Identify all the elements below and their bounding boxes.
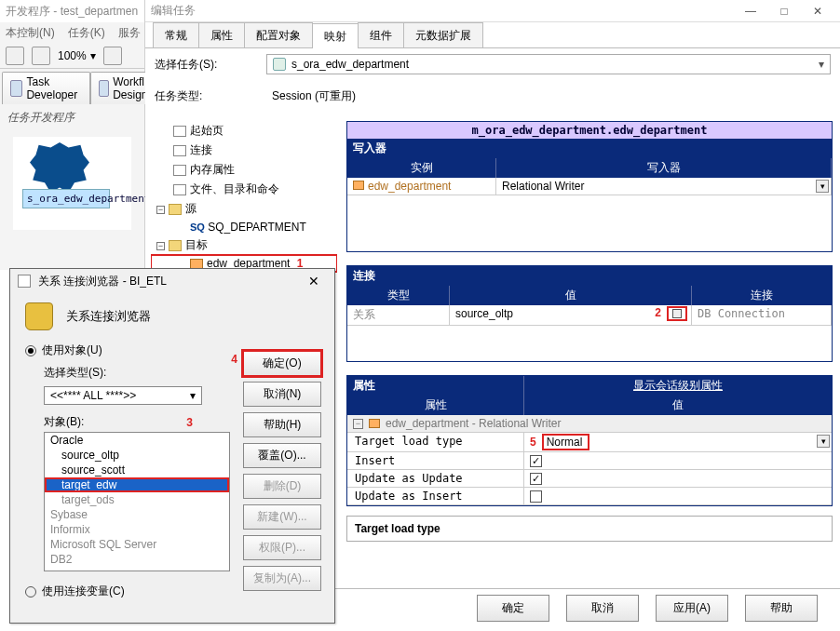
tab-general[interactable]: 常规 — [153, 22, 199, 47]
list-item-target-edw[interactable]: target_edw — [45, 477, 229, 492]
prop-value[interactable]: Normal — [542, 434, 590, 450]
tree-files[interactable]: 文件、目录和命令 — [190, 182, 279, 195]
dialog-permissions-button[interactable]: 权限(P)... — [243, 535, 321, 560]
conn-col-connection: 连接 — [692, 286, 832, 305]
minimize-button[interactable]: — — [734, 1, 767, 21]
menu-service[interactable]: 服务 — [118, 25, 141, 41]
session-node-label[interactable]: s_ora_edw_department — [22, 189, 110, 208]
tab-components[interactable]: 组件 — [358, 22, 404, 47]
menu-task[interactable]: 任务(K) — [68, 25, 105, 41]
list-item-source-oltp[interactable]: source_oltp — [45, 448, 229, 463]
prop-update-as-update[interactable]: Update as Update ✓ — [347, 470, 832, 488]
navigator-title: 任务开发程序 — [0, 104, 144, 131]
list-item-mssql[interactable]: Microsoft SQL Server — [45, 537, 229, 552]
tree-memory[interactable]: 内存属性 — [190, 163, 235, 176]
tab-metadata-ext[interactable]: 元数据扩展 — [403, 22, 483, 47]
writers-writer-value: Relational Writer — [502, 180, 584, 193]
collapse-icon[interactable]: − — [156, 206, 165, 214]
props-col-value: 值 — [524, 396, 832, 415]
dialog-cancel-button[interactable]: 取消(N) — [243, 382, 321, 407]
tree-start-page[interactable]: 起始页 — [190, 124, 224, 137]
target-icon — [369, 419, 380, 428]
dialog-ok-button[interactable]: 确定(O) — [243, 351, 321, 376]
workflow-designer-icon — [99, 80, 109, 97]
list-item-oracle[interactable]: Oracle — [45, 433, 229, 448]
target-icon — [353, 181, 364, 190]
maximize-button[interactable]: □ — [767, 1, 801, 21]
browse-connection-button[interactable] — [667, 306, 687, 321]
close-button[interactable]: ✕ — [801, 1, 834, 21]
use-object-label: 使用对象(U) — [42, 342, 102, 358]
conn-type-value: 关系 — [347, 305, 450, 326]
checkbox-checked-icon[interactable]: ✓ — [530, 473, 542, 485]
conn-row[interactable]: 关系 source_oltp 2 DB Connection — [347, 305, 832, 326]
navigator-canvas[interactable]: s_ora_edw_department — [13, 137, 131, 230]
select-task-field[interactable]: s_ora_edw_department ▾ — [266, 54, 831, 74]
conn-col-type: 类型 — [347, 286, 450, 305]
page-icon — [173, 184, 186, 195]
dialog-help-button[interactable]: 帮助(H) — [243, 412, 321, 437]
connections-section-label: 连接 — [347, 266, 832, 286]
toolbar-print-icon[interactable] — [32, 47, 50, 65]
dialog-override-button[interactable]: 覆盖(O)... — [243, 443, 321, 468]
sq-icon: SQ — [190, 222, 205, 233]
writers-instance-value: edw_department — [368, 180, 451, 193]
tree-sq-department[interactable]: SQ_DEPARTMENT — [208, 221, 306, 234]
collapse-icon[interactable]: − — [156, 242, 165, 250]
objects-listbox[interactable]: Oracle source_oltp source_scott target_e… — [44, 432, 230, 571]
dialog-icon — [18, 275, 31, 288]
list-item-informix[interactable]: Informix — [45, 522, 229, 537]
props-group-header[interactable]: − edw_department - Relational Writer — [347, 415, 832, 433]
dialog-new-button[interactable]: 新建(W)... — [243, 504, 321, 530]
conn-value: source_oltp — [455, 307, 513, 320]
menu-control[interactable]: 本控制(N) — [6, 25, 55, 41]
checkbox-checked-icon[interactable]: ✓ — [530, 455, 542, 467]
prop-update-as-insert[interactable]: Update as Insert — [347, 488, 832, 505]
select-type-combo[interactable]: <<**** ALL ****>> ▾ — [44, 386, 202, 405]
chevron-down-icon[interactable]: ▾ — [190, 389, 196, 402]
writers-row[interactable]: edw_department Relational Writer▾ — [347, 178, 832, 195]
zoom-value[interactable]: 100% — [58, 49, 87, 62]
list-item-db2[interactable]: DB2 — [45, 552, 229, 567]
prop-insert[interactable]: Insert ✓ — [347, 452, 832, 470]
tab-task-developer-label: Task Developer — [26, 75, 81, 101]
tab-properties[interactable]: 属性 — [198, 22, 245, 47]
annotation-3: 3 — [186, 416, 193, 429]
tab-task-developer[interactable]: Task Developer — [2, 72, 90, 104]
dialog-title: 关系 连接浏览器 - BI_ETL — [38, 274, 167, 289]
chevron-down-icon[interactable]: ▾ — [90, 49, 96, 62]
radio-unchecked-icon — [25, 586, 36, 597]
chevron-down-icon[interactable]: ▾ — [817, 435, 830, 448]
mapping-banner: m_ora_edw_department.edw_department — [347, 122, 832, 139]
ok-button[interactable]: 确定 — [477, 595, 549, 622]
help-button[interactable]: 帮助 — [745, 595, 818, 622]
show-session-level-link[interactable]: 显示会话级别属性 — [524, 376, 832, 396]
tab-mapping[interactable]: 映射 — [312, 23, 359, 48]
chevron-down-icon[interactable]: ▾ — [819, 58, 824, 71]
conn-col-value: 值 — [450, 286, 692, 305]
checkbox-unchecked-icon[interactable] — [530, 490, 542, 503]
list-item-target-ods[interactable]: target_ods — [45, 492, 229, 507]
collapse-icon[interactable]: − — [353, 419, 363, 429]
tab-config-objects[interactable]: 配置对象 — [244, 22, 313, 47]
dialog-copyas-button[interactable]: 复制为(A)... — [243, 566, 321, 591]
tree-targets-folder[interactable]: 目标 — [185, 238, 208, 251]
dialog-close-button[interactable]: ✕ — [301, 274, 327, 289]
tree-sources-folder[interactable]: 源 — [185, 202, 196, 215]
tree-connection[interactable]: 连接 — [190, 143, 212, 156]
folder-icon — [169, 240, 182, 251]
dialog-delete-button[interactable]: 删除(D) — [243, 474, 321, 499]
property-description: Target load type — [346, 516, 833, 542]
prop-target-load-type[interactable]: Target load type 5 Normal ▾ — [347, 433, 832, 452]
toolbar-zoom-icon[interactable] — [103, 47, 122, 65]
page-icon — [173, 145, 186, 156]
toolbar-save-icon[interactable] — [6, 47, 24, 65]
list-item-source-scott[interactable]: source_scott — [45, 463, 229, 477]
task-type-label: 任务类型: — [155, 88, 257, 104]
chevron-down-icon[interactable]: ▾ — [816, 180, 829, 193]
annotation-2: 2 — [655, 306, 661, 319]
list-item-sybase[interactable]: Sybase — [45, 507, 229, 522]
cancel-button[interactable]: 取消 — [566, 595, 639, 622]
apply-button[interactable]: 应用(A) — [656, 595, 728, 622]
annotation-4: 4 — [231, 353, 237, 366]
